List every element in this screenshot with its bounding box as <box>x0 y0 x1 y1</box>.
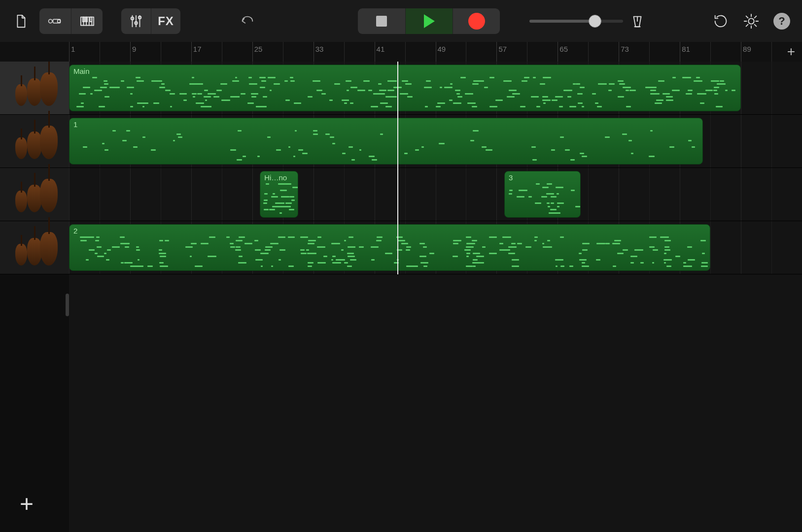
track-lane[interactable]: 1 <box>69 115 802 168</box>
region-notes-preview <box>71 236 708 268</box>
ruler-tick <box>191 42 192 62</box>
ruler-bar-label: 65 <box>559 45 568 53</box>
ruler-bar-label: 9 <box>132 45 136 53</box>
undo-button[interactable] <box>235 8 259 34</box>
track-lane[interactable]: Hi…no3 <box>69 168 802 221</box>
ruler-tick <box>100 42 100 62</box>
region-title: 1 <box>73 120 77 129</box>
instrument-view-button[interactable] <box>71 8 103 34</box>
add-section-button[interactable]: + <box>783 44 799 60</box>
track-lane[interactable]: Main <box>69 62 802 115</box>
svg-rect-6 <box>90 17 92 21</box>
midi-region[interactable]: Hi…no <box>260 171 298 218</box>
svg-point-0 <box>49 19 53 23</box>
ruler-tick <box>588 42 589 62</box>
instrument-thumbnail <box>13 177 56 212</box>
instrument-thumbnail <box>13 230 56 266</box>
add-track-button[interactable]: + <box>20 490 34 517</box>
timeline-ruler-row: + 1917253341495765738189 <box>0 42 802 62</box>
ruler-bar-label: 25 <box>254 45 263 53</box>
region-notes-preview <box>262 183 295 215</box>
ruler-tick <box>649 42 650 62</box>
settings-gear-icon[interactable] <box>743 13 760 30</box>
ruler-tick <box>314 42 314 62</box>
volume-slider[interactable] <box>529 20 623 23</box>
track-lane[interactable]: 2 <box>69 221 802 274</box>
region-notes-preview <box>507 183 578 215</box>
ruler-tick <box>466 42 466 62</box>
document-icon <box>13 14 28 29</box>
volume-thumb[interactable] <box>589 15 601 28</box>
ruler-tick <box>405 42 406 62</box>
ruler-bar-label: 17 <box>193 45 202 53</box>
record-button[interactable] <box>453 8 500 34</box>
ruler-tick <box>283 42 283 62</box>
track-header[interactable] <box>0 168 69 221</box>
region-notes-preview <box>71 130 700 162</box>
fx-button[interactable]: FX <box>151 8 180 34</box>
ruler-bar-label: 41 <box>377 45 385 53</box>
region-title: Main <box>73 67 90 75</box>
ruler-tick <box>222 42 222 62</box>
stop-button[interactable] <box>358 8 405 34</box>
midi-region[interactable]: 3 <box>504 171 581 218</box>
ruler-tick <box>496 42 497 62</box>
ruler-bar-label: 89 <box>743 45 751 53</box>
play-icon <box>424 14 435 28</box>
mixer-sliders-icon <box>129 14 143 29</box>
ruler-bar-label: 49 <box>438 45 446 53</box>
play-button[interactable] <box>405 8 453 34</box>
ruler-tick <box>680 42 680 62</box>
vertical-scroll-indicator[interactable] <box>66 294 69 316</box>
region-title: Hi…no <box>264 173 287 182</box>
ruler-tick <box>710 42 711 62</box>
undo-icon <box>240 14 254 29</box>
ruler-tick <box>527 42 527 62</box>
ruler-tick <box>252 42 253 62</box>
ruler-tick <box>130 42 131 62</box>
view-mode-segment <box>39 8 103 34</box>
track-header[interactable] <box>0 115 69 168</box>
mixer-button[interactable] <box>121 8 151 34</box>
ruler-bar-label: 57 <box>498 45 507 53</box>
piano-icon <box>80 14 95 29</box>
ruler-gutter <box>0 42 69 62</box>
ruler-tick <box>771 42 772 62</box>
project-button[interactable] <box>7 8 35 34</box>
region-title: 3 <box>509 173 513 182</box>
track-header[interactable] <box>0 221 69 274</box>
metronome-icon[interactable] <box>630 14 645 29</box>
instrument-thumbnail <box>13 70 56 106</box>
mixer-fx-segment: FX <box>121 8 180 34</box>
region-notes-preview <box>71 77 738 109</box>
master-volume <box>529 14 645 29</box>
stop-icon <box>376 16 387 27</box>
ruler-tick <box>161 42 161 62</box>
tracks-view-icon <box>48 14 63 29</box>
ruler-tick <box>558 42 558 62</box>
ruler-bar-label: 81 <box>682 45 690 53</box>
help-button[interactable]: ? <box>773 13 790 30</box>
top-toolbar: FX <box>0 0 802 42</box>
ruler-tick <box>69 42 70 62</box>
ruler-tick <box>375 42 375 62</box>
track-lanes[interactable]: Main1Hi…no32 <box>69 62 802 532</box>
track-headers-column <box>0 62 69 532</box>
ruler-bar-label: 73 <box>621 45 629 53</box>
region-title: 2 <box>73 227 77 235</box>
track-header[interactable] <box>0 62 69 115</box>
timeline-ruler[interactable]: + 1917253341495765738189 <box>69 42 802 62</box>
ruler-bar-label: 33 <box>315 45 324 53</box>
loop-browser-icon[interactable] <box>712 13 729 30</box>
midi-region[interactable]: Main <box>69 65 741 111</box>
midi-region[interactable]: 1 <box>69 118 703 165</box>
ruler-bar-label: 1 <box>71 45 75 53</box>
tracks-view-button[interactable] <box>39 8 71 34</box>
ruler-tick <box>741 42 741 62</box>
svg-point-10 <box>748 18 754 24</box>
midi-region[interactable]: 2 <box>69 224 710 271</box>
record-icon <box>468 13 485 30</box>
help-icon: ? <box>778 15 785 28</box>
transport-controls <box>358 8 500 34</box>
ruler-tick <box>619 42 619 62</box>
